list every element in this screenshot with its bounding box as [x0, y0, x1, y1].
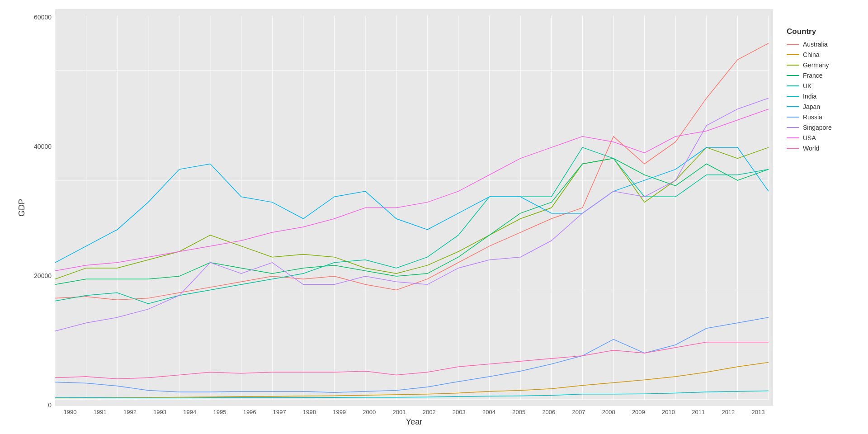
legend-label-text: World — [803, 145, 819, 152]
legend-item: India — [787, 93, 863, 100]
y-axis-title: GDP — [17, 9, 27, 407]
legend-color-line — [787, 54, 799, 55]
x-axis-label: 2013 — [743, 409, 773, 415]
x-axis-label: 2006 — [534, 409, 564, 415]
x-axis-label: 1992 — [115, 409, 145, 415]
legend-color-line — [787, 117, 799, 118]
chart-container: GDP 6000040000200000 1990199119921993199… — [0, 0, 868, 434]
legend-title: Country — [787, 27, 863, 36]
legend-color-line — [787, 65, 799, 66]
x-axis-label: 2005 — [504, 409, 534, 415]
x-axis-label: 1991 — [85, 409, 115, 415]
legend-item: China — [787, 51, 863, 58]
x-axis-label: 2010 — [653, 409, 683, 415]
y-axis-labels: 6000040000200000 — [24, 9, 55, 427]
chart-area: GDP 6000040000200000 1990199119921993199… — [9, 9, 773, 425]
x-axis-label: 2007 — [564, 409, 594, 415]
legend-label-text: India — [803, 93, 816, 100]
legend-label-text: Australia — [803, 41, 827, 48]
x-axis-label: 1996 — [235, 409, 264, 415]
x-axis-label: 2003 — [444, 409, 474, 415]
x-axis-label: 1993 — [145, 409, 175, 415]
legend-color-line — [787, 148, 799, 149]
legend-color-line — [787, 106, 799, 107]
x-axis-label: 1999 — [325, 409, 354, 415]
x-axis-label: 1990 — [55, 409, 85, 415]
x-axis-label: 2004 — [474, 409, 504, 415]
legend-color-line — [787, 137, 799, 138]
x-axis-label: 2011 — [684, 409, 713, 415]
legend-label-text: Russia — [803, 113, 822, 121]
legend-item: Germany — [787, 61, 863, 69]
legend-item: Russia — [787, 113, 863, 121]
legend-item: Japan — [787, 103, 863, 110]
x-axis-title: Year — [55, 415, 773, 427]
legend-label-text: UK — [803, 82, 811, 90]
y-axis-label: 60000 — [34, 14, 52, 21]
legend-area: Country AustraliaChinaGermanyFranceUKInd… — [773, 9, 863, 425]
legend-item: Australia — [787, 41, 863, 48]
legend-color-line — [787, 75, 799, 76]
plot-and-x: 1990199119921993199419951996199719981999… — [55, 9, 773, 427]
legend-label-text: USA — [803, 134, 816, 142]
legend-color-line — [787, 85, 799, 86]
y-axis-label: 0 — [48, 401, 52, 409]
plot-box — [55, 9, 773, 406]
legend-item: UK — [787, 82, 863, 90]
y-axis-label: 40000 — [34, 143, 52, 150]
x-axis-label: 1998 — [294, 409, 324, 415]
legend-label-text: China — [803, 51, 820, 58]
x-axis-label: 2009 — [623, 409, 653, 415]
x-axis-labels: 1990199119921993199419951996199719981999… — [55, 406, 773, 415]
legend-item: Singapore — [787, 124, 863, 131]
x-axis-label: 2001 — [384, 409, 414, 415]
legend-item: USA — [787, 134, 863, 142]
x-axis-label: 2002 — [414, 409, 444, 415]
x-axis-label: 1997 — [264, 409, 294, 415]
legend-item: World — [787, 145, 863, 152]
x-axis-label: 1995 — [205, 409, 235, 415]
legend-color-line — [787, 96, 799, 97]
legend-item: France — [787, 72, 863, 79]
legend-color-line — [787, 127, 799, 128]
x-axis-label: 2012 — [713, 409, 743, 415]
x-axis-label: 1994 — [175, 409, 205, 415]
x-axis-label: 2000 — [354, 409, 384, 415]
x-axis-label: 2008 — [594, 409, 623, 415]
legend-label-text: Japan — [803, 103, 820, 110]
legend-label-text: Germany — [803, 61, 829, 69]
y-axis-label: 20000 — [34, 272, 52, 279]
legend-label-text: Singapore — [803, 124, 832, 131]
legend-label-text: France — [803, 72, 823, 79]
legend-color-line — [787, 44, 799, 45]
